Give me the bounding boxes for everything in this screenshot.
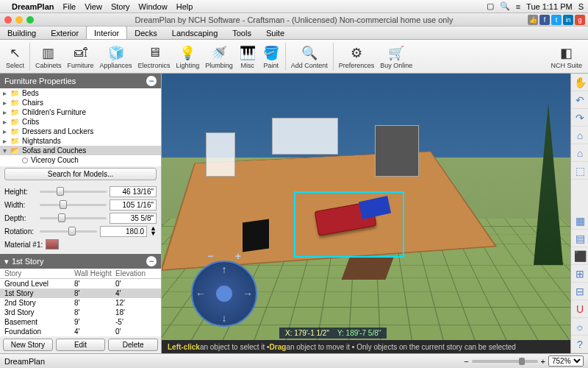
menu-file[interactable]: File <box>62 2 76 11</box>
width-label: Width: <box>4 201 37 209</box>
undo-icon[interactable]: ↶ <box>571 91 588 109</box>
thumbs-icon[interactable]: 👍 <box>528 15 538 25</box>
nav-wheel[interactable]: ↑ ↓ ← → − + <box>191 261 257 327</box>
spotlight-icon[interactable]: 🔍 <box>500 1 510 11</box>
rotation-value[interactable]: 180.0 <box>100 226 147 237</box>
tree-folder-beds[interactable]: ▸📁Beds <box>0 88 161 98</box>
tool-cabinets[interactable]: ▥Cabinets <box>32 43 65 71</box>
bureau-object[interactable] <box>342 258 394 280</box>
delete-story-button[interactable]: Delete <box>108 339 158 351</box>
tab-landscaping[interactable]: Landscaping <box>165 26 225 39</box>
view-3d-icon[interactable]: ⌂ <box>571 127 588 144</box>
rotation-slider[interactable] <box>40 227 97 236</box>
tab-tools[interactable]: Tools <box>225 26 259 39</box>
nav-left-icon[interactable]: ← <box>196 288 206 300</box>
story-row-2nd[interactable]: 2nd Story8'12' <box>0 298 161 308</box>
tv-object[interactable] <box>243 219 269 252</box>
zoom-out-button[interactable]: − <box>464 357 468 366</box>
height-slider[interactable] <box>40 187 107 196</box>
zoom-in-button[interactable]: + <box>541 357 545 366</box>
tree-folder-sofas[interactable]: ▾📂Sofas and Couches <box>0 146 161 155</box>
collapse-story-button[interactable]: − <box>146 256 157 266</box>
3d-viewport[interactable]: ↑ ↓ ← → − + X: 179'-1 1/2" Y: 189'-7 5/8… <box>162 74 570 353</box>
zoom-slider[interactable] <box>472 360 538 363</box>
tool-preferences[interactable]: ⚙Preferences <box>336 43 378 71</box>
tree-folder-dressers[interactable]: ▸📁Dressers and Lockers <box>0 127 161 136</box>
nav-down-icon[interactable]: ↓ <box>222 312 227 324</box>
nav-up-icon[interactable]: ↑ <box>222 263 227 275</box>
tool-lighting[interactable]: 💡Lighting <box>173 43 203 71</box>
gplus-icon[interactable]: g <box>575 15 585 25</box>
story-row-basement[interactable]: Basement9'-5' <box>0 317 161 327</box>
tool-add-content[interactable]: 🔍Add Content <box>288 43 331 71</box>
snap-off-icon[interactable]: ⊟ <box>571 283 588 300</box>
nch-suite-button[interactable]: ◧NCH Suite <box>548 43 585 71</box>
rotation-stepper[interactable]: ▲▼ <box>150 226 157 236</box>
story-row-1st[interactable]: 1st Story8'4' <box>0 289 161 298</box>
nav-minus-icon[interactable]: − <box>207 250 213 262</box>
facebook-icon[interactable]: f <box>539 15 550 25</box>
help-icon[interactable]: ? <box>571 336 588 353</box>
tree-folder-cribs[interactable]: ▸📁Cribs <box>0 117 161 127</box>
redo-icon[interactable]: ↷ <box>571 109 588 127</box>
edit-story-button[interactable]: Edit <box>56 339 106 351</box>
nav-center-icon[interactable] <box>216 286 232 302</box>
layers-icon[interactable]: ▤ <box>571 230 588 247</box>
app-menu[interactable]: DreamPlan <box>12 2 54 11</box>
tab-exterior[interactable]: Exterior <box>43 26 86 39</box>
nav-plus-icon[interactable]: + <box>235 250 241 262</box>
cabinets-icon: ▥ <box>40 44 57 62</box>
shade-icon[interactable]: ⬛ <box>571 247 588 265</box>
width-value[interactable]: 105 1/16" <box>110 199 157 210</box>
tool-paint[interactable]: 🪣Paint <box>259 43 283 71</box>
tree-folder-nightstands[interactable]: ▸📁Nightstands <box>0 136 161 146</box>
tree-folder-chairs[interactable]: ▸📁Chairs <box>0 98 161 107</box>
material-swatch[interactable] <box>46 239 59 250</box>
menu-help[interactable]: Help <box>176 2 193 11</box>
nav-right-icon[interactable]: → <box>243 288 253 300</box>
hand-tool-icon[interactable]: ✋ <box>571 74 588 91</box>
tab-decks[interactable]: Decks <box>127 26 165 39</box>
collapse-properties-button[interactable]: − <box>146 76 157 86</box>
depth-value[interactable]: 35 5/8" <box>110 213 157 224</box>
menu-window[interactable]: Window <box>139 2 168 11</box>
snap-grid-icon[interactable]: ⊞ <box>571 265 588 283</box>
linkedin-icon[interactable]: in <box>563 15 573 25</box>
depth-slider-row: Depth: 35 5/8" <box>4 211 157 224</box>
tree-item-lshape[interactable]: L-Shape Sectional Couch <box>0 165 161 166</box>
width-slider[interactable] <box>40 200 107 209</box>
user[interactable]: S <box>578 2 584 11</box>
tool-buy-online[interactable]: 🛒Buy Online <box>377 43 415 71</box>
view-walk-icon[interactable]: ⌂ <box>571 144 588 162</box>
airplay-icon[interactable]: ▢ <box>487 1 494 11</box>
story-row-3rd[interactable]: 3rd Story8'18' <box>0 308 161 317</box>
story-row-ground[interactable]: Ground Level8'0' <box>0 279 161 289</box>
story-row-foundation[interactable]: Foundation4'0' <box>0 327 161 336</box>
tool-furniture[interactable]: 🛋Furniture <box>65 43 97 71</box>
tab-interior[interactable]: Interior <box>86 26 127 39</box>
tool-select[interactable]: ↖Select <box>3 43 27 71</box>
view-plan-icon[interactable]: ⬚ <box>571 162 588 180</box>
twitter-icon[interactable]: t <box>551 15 562 25</box>
new-story-button[interactable]: New Story <box>3 339 53 351</box>
tree-item-viceroy[interactable]: Viceroy Couch <box>0 155 161 165</box>
grid-icon[interactable]: ▦ <box>571 212 588 230</box>
height-value[interactable]: 46 13/16" <box>110 186 157 197</box>
menu-extras-icon[interactable]: ≡ <box>516 2 520 11</box>
zoom-select[interactable]: 752% <box>548 355 584 367</box>
magnet-icon[interactable]: U <box>571 300 588 318</box>
menu-view[interactable]: View <box>85 2 102 11</box>
tool-plumbing[interactable]: 🚿Plumbing <box>202 43 236 71</box>
menu-story[interactable]: Story <box>111 2 130 11</box>
tab-suite[interactable]: Suite <box>259 26 292 39</box>
search-models-button[interactable]: Search for Models... <box>4 168 157 180</box>
tool-appliances[interactable]: 🧊Appliances <box>97 43 135 71</box>
properties-header: Furniture Properties − <box>0 74 161 88</box>
window-titlebar: DreamPlan by NCH Software - Craftsman - … <box>0 13 588 26</box>
tool-electronics[interactable]: 🖥Electronics <box>135 43 173 71</box>
tab-building[interactable]: Building <box>0 26 43 39</box>
depth-slider[interactable] <box>40 213 107 222</box>
tool-misc[interactable]: 🎹Misc <box>236 43 259 71</box>
tree-folder-childrens[interactable]: ▸📁Children's Furniture <box>0 107 161 117</box>
sun-icon[interactable]: ☼ <box>571 318 588 336</box>
